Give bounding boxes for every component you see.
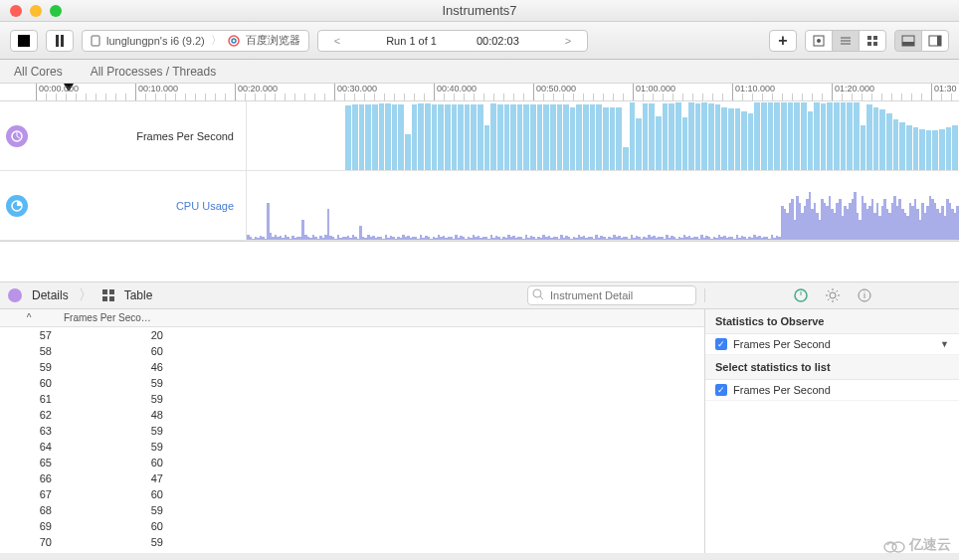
record-settings-icon[interactable] [794,288,808,302]
row-value: 59 [58,377,169,389]
svg-text:i: i [863,290,865,300]
svg-point-2 [232,39,236,43]
strategy-cpu-button[interactable] [805,30,833,52]
dropdown-icon[interactable]: ▼ [940,339,949,349]
table-row[interactable]: 6560 [0,455,704,470]
display-settings-icon[interactable] [826,288,840,302]
details-crumb[interactable]: Details [32,288,69,302]
strategy-group [805,30,886,52]
row-index: 67 [0,488,58,500]
toolbar: lunglungpn's i6 (9.2) 〉 百度浏览器 < Run 1 of… [0,22,959,60]
prev-run-icon[interactable]: < [328,35,346,47]
table-row[interactable]: 5860 [0,343,704,359]
row-value: 48 [58,409,169,421]
track-cpu[interactable]: ▶ CPU Usage [0,171,959,241]
minimize-window-button[interactable] [30,5,42,17]
track-header-fps[interactable]: Frames Per Second [0,101,247,170]
detail-table[interactable]: ^ Frames Per Seco… 572058605946605961596… [0,309,704,553]
list-fps-row[interactable]: ✓ Frames Per Second [705,380,959,401]
ruler-tick: 00:00.000 [36,84,79,100]
row-index: 60 [0,377,58,389]
row-index: 59 [0,361,58,373]
svg-rect-9 [873,36,877,40]
ruler-tick: 00:50.000 [533,84,576,100]
inspector-pane: Statistics to Observe ✓ Frames Per Secon… [704,309,959,553]
table-row[interactable]: 6359 [0,423,704,439]
ruler-tick: 01:30 [931,84,957,100]
row-index: 58 [0,345,58,357]
watermark: 亿速云 [883,536,951,554]
zoom-window-button[interactable] [50,5,62,17]
svg-rect-23 [109,296,114,301]
strategy-threads-button[interactable] [832,30,860,52]
cpu-instrument-icon [6,195,28,217]
svg-rect-3 [814,36,824,46]
titlebar: Instruments7 [0,0,959,22]
row-value: 60 [58,488,169,500]
track-fps[interactable]: ▶ Frames Per Second [0,101,959,171]
extended-detail-icon[interactable]: i [858,288,871,302]
table-row[interactable]: 6059 [0,375,704,391]
inspector-header-icons: i [704,288,959,302]
pause-button[interactable] [46,30,74,52]
record-button[interactable] [10,30,38,52]
table-row[interactable]: 6960 [0,518,704,534]
run-time: 00:02:03 [477,35,519,47]
svg-rect-11 [873,42,877,46]
table-row[interactable]: 5946 [0,359,704,375]
window-title: Instruments7 [0,3,959,18]
row-index: 61 [0,393,58,405]
row-index: 68 [0,504,58,516]
svg-point-4 [817,39,821,43]
table-row[interactable]: 6859 [0,502,704,518]
svg-rect-0 [92,36,99,46]
table-header-sort[interactable]: ^ [0,312,58,323]
table-row[interactable]: 6159 [0,391,704,407]
close-window-button[interactable] [10,5,22,17]
breadcrumb-sep-icon: 〉 [211,33,222,48]
svg-rect-13 [902,42,914,46]
tracks-area: ▶ Frames Per Second ▶ CPU Usage [0,101,959,242]
track-graph-cpu[interactable] [247,171,959,240]
table-row[interactable]: 6647 [0,470,704,486]
track-graph-fps[interactable] [247,101,959,170]
device-label: lunglungpn's i6 (9.2) [106,35,205,47]
row-index: 62 [0,409,58,421]
track-header-cpu[interactable]: CPU Usage [0,171,247,240]
inspector-section1-title: Statistics to Observe [705,309,959,334]
processes-filter[interactable]: All Processes / Threads [91,65,217,79]
view-inspector-button[interactable] [921,30,949,52]
view-detail-button[interactable] [894,30,922,52]
table-row[interactable]: 7059 [0,534,704,550]
row-index: 65 [0,457,58,468]
svg-line-35 [828,299,830,301]
next-run-icon[interactable]: > [559,35,577,47]
row-index: 66 [0,472,58,484]
table-header-fps[interactable]: Frames Per Seco… [58,312,704,323]
timeline-ruler[interactable]: 00:00.00000:10.00000:20.00000:30.00000:4… [0,84,959,101]
table-crumb[interactable]: Table [124,288,153,302]
strategy-instruments-button[interactable] [859,30,886,52]
tracks-empty-area [0,242,959,281]
table-row[interactable]: 5720 [0,327,704,343]
ruler-tick: 00:20.000 [235,84,278,100]
target-selector[interactable]: lunglungpn's i6 (9.2) 〉 百度浏览器 [82,30,309,52]
checkbox-checked-icon[interactable]: ✓ [715,384,727,396]
observe-fps-row[interactable]: ✓ Frames Per Second ▼ [705,334,959,355]
checkbox-checked-icon[interactable]: ✓ [715,338,727,350]
table-row[interactable]: 6760 [0,486,704,502]
table-header[interactable]: ^ Frames Per Seco… [0,309,704,327]
svg-rect-20 [102,289,107,294]
row-value: 59 [58,393,169,405]
view-group [894,30,949,52]
svg-rect-12 [902,36,914,46]
table-row[interactable]: 6248 [0,407,704,423]
table-row[interactable]: 6459 [0,439,704,455]
run-selector[interactable]: < Run 1 of 1 00:02:03 > [317,30,588,52]
search-input[interactable] [527,285,696,305]
detail-instrument-icon [8,288,22,302]
ruler-tick: 00:40.000 [434,84,477,100]
add-button[interactable]: + [769,30,797,52]
cores-filter[interactable]: All Cores [14,65,63,79]
track-label-fps: Frames Per Second [136,130,234,142]
